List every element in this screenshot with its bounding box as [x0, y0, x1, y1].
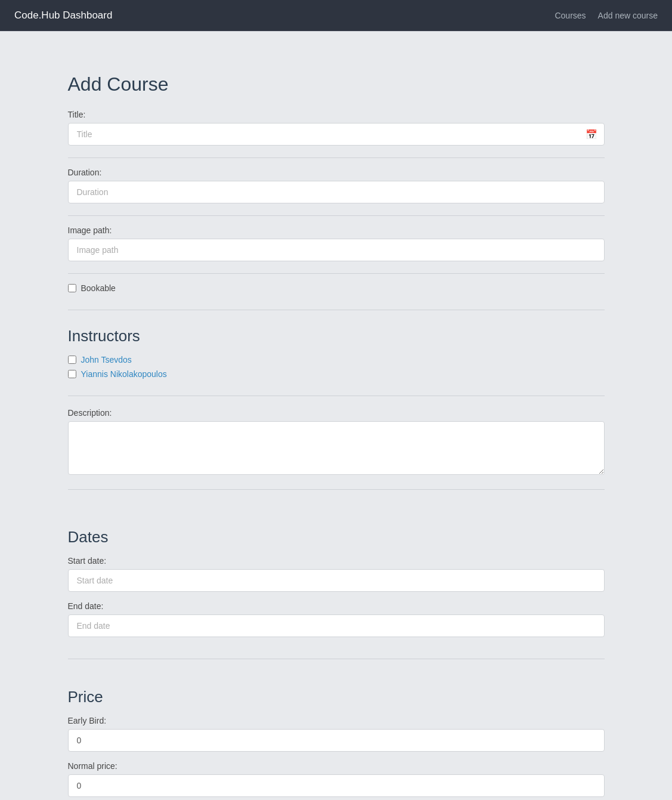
navbar: Code.Hub Dashboard Courses Add new cours…: [0, 0, 672, 31]
price-heading: Price: [68, 688, 605, 706]
description-label: Description:: [68, 408, 605, 418]
duration-section: Duration:: [68, 168, 605, 216]
page-title: Add Course: [68, 73, 605, 95]
instructor-2-label[interactable]: Yiannis Nikolakopoulos: [81, 369, 167, 379]
early-bird-group: Early Bird:: [68, 716, 605, 752]
bookable-label[interactable]: Bookable: [81, 283, 116, 293]
normal-price-input[interactable]: [68, 774, 605, 797]
instructors-heading: Instructors: [68, 327, 605, 345]
bookable-checkbox[interactable]: [68, 284, 76, 292]
start-date-input[interactable]: [68, 569, 605, 592]
end-date-input[interactable]: [68, 614, 605, 637]
navbar-brand: Code.Hub Dashboard: [14, 10, 112, 21]
description-section: Description:: [68, 396, 605, 490]
duration-input[interactable]: [68, 181, 605, 203]
instructor-1-group: John Tsevdos: [68, 355, 605, 365]
price-section: Price Early Bird: Normal price:: [68, 659, 605, 800]
bookable-checkbox-group: Bookable: [68, 283, 605, 293]
title-input-wrapper: 📅: [68, 123, 605, 146]
instructor-2-checkbox[interactable]: [68, 370, 76, 378]
start-date-label: Start date:: [68, 556, 605, 566]
end-date-label: End date:: [68, 601, 605, 611]
image-path-label: Image path:: [68, 226, 605, 235]
content-card: Add Course Title: 📅 Duration: Image path…: [50, 55, 623, 800]
instructor-2-group: Yiannis Nikolakopoulos: [68, 369, 605, 379]
description-textarea[interactable]: [68, 421, 605, 475]
title-input[interactable]: [68, 123, 605, 146]
early-bird-label: Early Bird:: [68, 716, 605, 725]
normal-price-group: Normal price:: [68, 761, 605, 797]
image-path-input[interactable]: [68, 239, 605, 261]
main-container: Add Course Title: 📅 Duration: Image path…: [38, 32, 634, 800]
dates-section: Dates Start date: End date:: [68, 499, 605, 659]
end-date-group: End date:: [68, 601, 605, 637]
dates-heading: Dates: [68, 528, 605, 546]
add-new-course-nav-link[interactable]: Add new course: [598, 11, 658, 20]
instructors-section: Instructors John Tsevdos Yiannis Nikolak…: [68, 327, 605, 396]
title-label: Title:: [68, 110, 605, 119]
normal-price-label: Normal price:: [68, 761, 605, 771]
courses-nav-link[interactable]: Courses: [555, 11, 586, 20]
image-path-section: Image path:: [68, 226, 605, 274]
navbar-links: Courses Add new course: [555, 11, 658, 20]
instructor-1-label[interactable]: John Tsevdos: [81, 355, 132, 365]
instructor-1-checkbox[interactable]: [68, 356, 76, 364]
early-bird-input[interactable]: [68, 729, 605, 752]
title-section: Title: 📅: [68, 110, 605, 158]
start-date-group: Start date:: [68, 556, 605, 592]
bookable-section: Bookable: [68, 283, 605, 310]
duration-label: Duration:: [68, 168, 605, 177]
